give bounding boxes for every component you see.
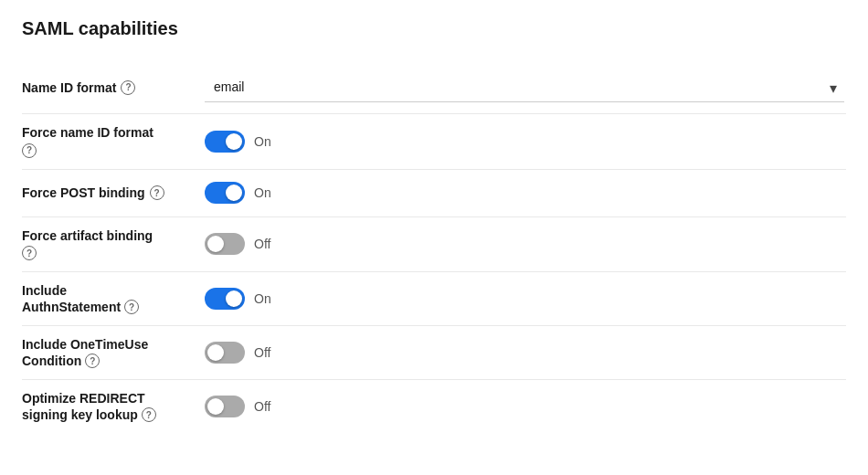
label-cell-force-artifact-binding: Force artifact binding?: [22, 228, 186, 261]
toggle-label-force-artifact-binding: Off: [254, 237, 270, 251]
help-icon-name-id-format[interactable]: ?: [121, 80, 135, 95]
toggle-label-force-name-id-format: On: [254, 134, 271, 149]
toggle-include-one-time-use-condition[interactable]: [205, 342, 245, 364]
help-icon-force-post-binding[interactable]: ?: [150, 185, 164, 200]
settings-row-force-artifact-binding: Force artifact binding?Off: [22, 217, 846, 273]
select-wrapper-name-id-format: emailunspecifiedpersistenttransient▾: [205, 72, 844, 102]
toggle-force-name-id-format[interactable]: [205, 131, 245, 153]
toggle-track-force-name-id-format: [205, 131, 245, 153]
label-text-optimize-redirect-signing-key-lookup: Optimize REDIRECT: [22, 391, 186, 406]
toggle-force-artifact-binding[interactable]: [205, 233, 245, 255]
settings-row-force-post-binding: Force POST binding?On: [22, 170, 846, 217]
label-text-force-name-id-format: Force name ID format: [22, 125, 153, 140]
control-cell-optimize-redirect-signing-key-lookup: Off: [186, 396, 846, 417]
toggle-track-include-one-time-use-condition: [205, 342, 245, 364]
toggle-label-include-one-time-use-condition: Off: [254, 345, 270, 360]
toggle-thumb-include-one-time-use-condition: [207, 344, 224, 361]
settings-list: Name ID format?emailunspecifiedpersisten…: [22, 61, 846, 433]
help-icon-optimize-redirect-signing-key-lookup[interactable]: ?: [142, 407, 156, 422]
label-text2-optimize-redirect-signing-key-lookup: signing key lookup: [22, 407, 138, 422]
settings-row-force-name-id-format: Force name ID format?On: [22, 114, 846, 170]
toggle-wrapper-force-artifact-binding: Off: [205, 233, 270, 255]
toggle-track-force-artifact-binding: [205, 233, 245, 255]
toggle-force-post-binding[interactable]: [205, 182, 245, 204]
select-name-id-format[interactable]: emailunspecifiedpersistenttransient: [205, 72, 844, 102]
help-icon-include-authn-statement[interactable]: ?: [124, 300, 139, 314]
toggle-wrapper-force-name-id-format: On: [205, 131, 271, 153]
settings-row-optimize-redirect-signing-key-lookup: Optimize REDIRECTsigning key lookup?Off: [22, 380, 846, 433]
control-cell-include-one-time-use-condition: Off: [186, 342, 846, 364]
help-icon-include-one-time-use-condition[interactable]: ?: [85, 354, 100, 368]
label-text-include-one-time-use-condition: Include OneTimeUse: [22, 337, 186, 352]
help-icon2-force-artifact-binding[interactable]: ?: [22, 246, 37, 260]
toggle-thumb-force-post-binding: [226, 185, 242, 201]
settings-row-include-authn-statement: IncludeAuthnStatement?On: [22, 272, 846, 326]
label-text-force-artifact-binding: Force artifact binding: [22, 228, 153, 243]
label-text2-include-one-time-use-condition: Condition: [22, 354, 81, 368]
toggle-track-include-authn-statement: [205, 288, 245, 310]
toggle-thumb-force-artifact-binding: [207, 236, 224, 252]
label-cell-force-post-binding: Force POST binding?: [22, 185, 186, 200]
label-text-include-authn-statement: Include: [22, 283, 186, 298]
toggle-wrapper-include-authn-statement: On: [205, 288, 271, 310]
page-title: SAML capabilities: [22, 18, 846, 39]
label-text2-include-authn-statement: AuthnStatement: [22, 300, 121, 314]
toggle-track-optimize-redirect-signing-key-lookup: [205, 396, 245, 417]
control-cell-force-name-id-format: On: [186, 131, 846, 153]
control-cell-force-post-binding: On: [186, 182, 846, 204]
toggle-thumb-optimize-redirect-signing-key-lookup: [207, 398, 224, 415]
toggle-label-optimize-redirect-signing-key-lookup: Off: [254, 399, 270, 414]
settings-row-name-id-format: Name ID format?emailunspecifiedpersisten…: [22, 61, 846, 114]
label-cell-name-id-format: Name ID format?: [22, 80, 186, 95]
label-cell-include-one-time-use-condition: Include OneTimeUseCondition?: [22, 337, 186, 368]
settings-row-include-one-time-use-condition: Include OneTimeUseCondition?Off: [22, 326, 846, 380]
label-text-force-post-binding: Force POST binding: [22, 185, 145, 200]
toggle-wrapper-include-one-time-use-condition: Off: [205, 342, 270, 364]
label-cell-optimize-redirect-signing-key-lookup: Optimize REDIRECTsigning key lookup?: [22, 391, 186, 422]
toggle-label-force-post-binding: On: [254, 185, 271, 200]
toggle-wrapper-optimize-redirect-signing-key-lookup: Off: [205, 396, 270, 417]
toggle-wrapper-force-post-binding: On: [205, 182, 271, 204]
toggle-optimize-redirect-signing-key-lookup[interactable]: [205, 396, 245, 417]
control-cell-force-artifact-binding: Off: [186, 233, 846, 255]
toggle-include-authn-statement[interactable]: [205, 288, 245, 310]
label-text-name-id-format: Name ID format: [22, 80, 116, 95]
toggle-thumb-include-authn-statement: [226, 290, 242, 307]
help-icon2-force-name-id-format[interactable]: ?: [22, 143, 37, 158]
control-cell-include-authn-statement: On: [186, 288, 846, 310]
toggle-label-include-authn-statement: On: [254, 291, 271, 306]
control-cell-name-id-format: emailunspecifiedpersistenttransient▾: [186, 72, 846, 102]
label-cell-force-name-id-format: Force name ID format?: [22, 125, 186, 158]
toggle-track-force-post-binding: [205, 182, 245, 204]
label-cell-include-authn-statement: IncludeAuthnStatement?: [22, 283, 186, 314]
toggle-thumb-force-name-id-format: [226, 133, 242, 150]
